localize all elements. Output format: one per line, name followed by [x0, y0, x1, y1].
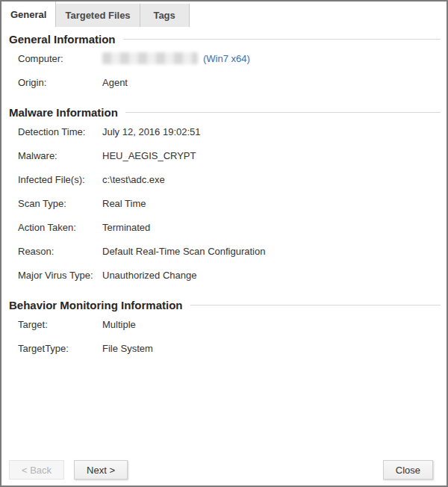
row-origin: Origin: Agent: [9, 70, 441, 94]
row-label: Origin:: [18, 77, 102, 88]
row-label: Malware:: [18, 150, 102, 161]
footer-button-bar: < Back Next > Close: [9, 460, 433, 480]
tab-general-label: General: [10, 9, 46, 20]
tab-targeted-files-label: Targeted Files: [65, 10, 130, 21]
row-value: File System: [102, 343, 153, 354]
redacted-computer-name: [102, 52, 198, 64]
row-target: Target: Multiple: [9, 312, 441, 336]
row-scan-type: Scan Type: Real Time: [9, 191, 441, 215]
row-label: Reason:: [18, 246, 102, 257]
malware-detail-dialog: General Targeted Files Tags General Info…: [0, 0, 448, 487]
section-behavior-monitoring-information: Behavior Monitoring Information: [9, 297, 441, 312]
row-value: Agent: [102, 77, 128, 88]
row-reason: Reason: Default Real-Time Scan Configura…: [9, 239, 441, 263]
row-label: Scan Type:: [18, 198, 102, 209]
row-label: Action Taken:: [18, 222, 102, 233]
row-target-type: TargetType: File System: [9, 336, 441, 360]
dialog-content: General Information Computer: (Win7 x64)…: [1, 31, 447, 360]
row-value: c:\test\adc.exe: [102, 174, 165, 185]
row-action-taken: Action Taken: Terminated: [9, 215, 441, 239]
row-value: (Win7 x64): [102, 52, 250, 64]
row-label: TargetType:: [18, 343, 102, 354]
next-button[interactable]: Next >: [74, 460, 128, 480]
section-title: Behavior Monitoring Information: [9, 299, 183, 311]
row-label: Target:: [18, 319, 102, 330]
section-title: Malware Information: [9, 106, 118, 119]
section-title: General Information: [9, 33, 116, 46]
row-malware: Malware: HEU_AEGIS_CRYPT: [9, 143, 441, 167]
close-button[interactable]: Close: [383, 460, 433, 480]
row-value: Unauthorized Change: [102, 270, 196, 281]
row-label: Infected File(s):: [18, 174, 102, 185]
back-button[interactable]: < Back: [9, 460, 64, 480]
row-detection-time: Detection Time: July 12, 2016 19:02:51: [9, 120, 441, 143]
row-infected-files: Infected File(s): c:\test\adc.exe: [9, 167, 441, 191]
tab-tags[interactable]: Tags: [140, 4, 190, 27]
row-label: Major Virus Type:: [18, 270, 102, 281]
scan-configuration-link[interactable]: Default Real-Time Scan Configuration: [102, 246, 265, 257]
row-value: Multiple: [102, 319, 136, 330]
tab-bar: General Targeted Files Tags: [1, 1, 447, 27]
platform-link[interactable]: (Win7 x64): [203, 53, 250, 64]
tab-targeted-files[interactable]: Targeted Files: [56, 4, 140, 27]
section-malware-information: Malware Information: [9, 105, 441, 120]
section-general-information: General Information: [9, 31, 441, 46]
row-major-virus-type: Major Virus Type: Unauthorized Change: [9, 263, 441, 287]
row-value: Real Time: [102, 198, 146, 209]
row-value: HEU_AEGIS_CRYPT: [102, 150, 196, 161]
row-value: July 12, 2016 19:02:51: [102, 126, 201, 137]
row-computer: Computer: (Win7 x64): [9, 46, 441, 70]
tab-tags-label: Tags: [153, 10, 175, 21]
row-value: Terminated: [102, 222, 150, 233]
row-label: Detection Time:: [18, 126, 102, 137]
row-label: Computer:: [18, 53, 102, 64]
tab-general[interactable]: General: [1, 1, 56, 27]
